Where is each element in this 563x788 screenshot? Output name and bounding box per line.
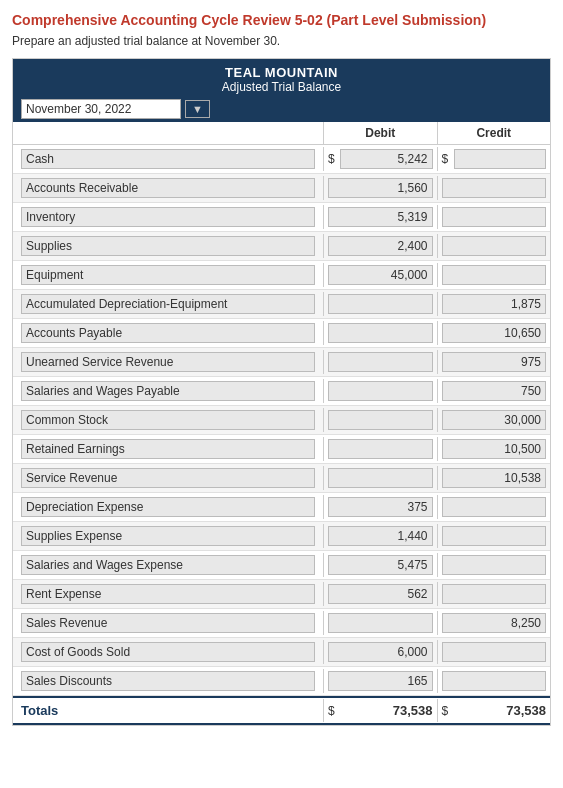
credit-input[interactable] xyxy=(442,555,547,575)
col-headers: Debit Credit xyxy=(13,122,550,145)
row-label-input[interactable] xyxy=(21,613,315,633)
credit-cell xyxy=(437,321,551,345)
row-label xyxy=(13,348,323,376)
row-label-input[interactable] xyxy=(21,410,315,430)
credit-input[interactable] xyxy=(442,207,547,227)
row-label-input[interactable] xyxy=(21,468,315,488)
row-label-input[interactable] xyxy=(21,555,315,575)
subtitle: Prepare an adjusted trial balance at Nov… xyxy=(12,34,551,48)
debit-input[interactable] xyxy=(328,468,433,488)
row-label xyxy=(13,609,323,637)
table-row xyxy=(13,522,550,551)
date-input[interactable] xyxy=(21,99,181,119)
table-row xyxy=(13,609,550,638)
credit-cell xyxy=(437,205,551,229)
debit-input[interactable] xyxy=(328,584,433,604)
credit-input[interactable] xyxy=(442,410,547,430)
table-row xyxy=(13,348,550,377)
debit-input[interactable] xyxy=(328,439,433,459)
row-label xyxy=(13,522,323,550)
credit-dollar-sign: $ xyxy=(442,152,452,166)
credit-input[interactable] xyxy=(442,352,547,372)
row-label-input[interactable] xyxy=(21,439,315,459)
rows-container: $$ xyxy=(13,145,550,696)
debit-cell xyxy=(323,669,437,693)
debit-input[interactable] xyxy=(328,642,433,662)
table-row xyxy=(13,667,550,696)
debit-cell xyxy=(323,640,437,664)
debit-cell: $ xyxy=(323,147,437,171)
debit-cell xyxy=(323,379,437,403)
debit-cell xyxy=(323,234,437,258)
date-dropdown-icon[interactable]: ▼ xyxy=(185,100,210,118)
table-row: $$ xyxy=(13,145,550,174)
debit-cell xyxy=(323,176,437,200)
credit-input[interactable] xyxy=(442,439,547,459)
row-label xyxy=(13,435,323,463)
debit-input[interactable] xyxy=(328,352,433,372)
credit-col-header: Credit xyxy=(437,122,551,144)
row-label xyxy=(13,145,323,173)
credit-input[interactable] xyxy=(442,236,547,256)
row-label-input[interactable] xyxy=(21,642,315,662)
debit-input[interactable] xyxy=(328,178,433,198)
credit-cell xyxy=(437,437,551,461)
debit-input[interactable] xyxy=(328,323,433,343)
credit-cell xyxy=(437,234,551,258)
debit-input[interactable] xyxy=(328,671,433,691)
row-label-input[interactable] xyxy=(21,207,315,227)
debit-input[interactable] xyxy=(328,497,433,517)
page-title: Comprehensive Accounting Cycle Review 5-… xyxy=(12,12,551,28)
row-label-input[interactable] xyxy=(21,178,315,198)
table-row xyxy=(13,377,550,406)
debit-input[interactable] xyxy=(328,381,433,401)
row-label-input[interactable] xyxy=(21,497,315,517)
debit-input[interactable] xyxy=(328,526,433,546)
credit-input[interactable] xyxy=(442,265,547,285)
debit-input[interactable] xyxy=(328,207,433,227)
row-label xyxy=(13,493,323,521)
credit-cell xyxy=(437,669,551,693)
row-label xyxy=(13,638,323,666)
credit-input[interactable] xyxy=(454,149,547,169)
credit-input[interactable] xyxy=(442,526,547,546)
totals-row: Totals $ 73,538 $ 73,538 xyxy=(13,696,550,725)
debit-input[interactable] xyxy=(328,555,433,575)
credit-input[interactable] xyxy=(442,178,547,198)
row-label-input[interactable] xyxy=(21,149,315,169)
debit-input[interactable] xyxy=(328,613,433,633)
credit-input[interactable] xyxy=(442,323,547,343)
debit-input[interactable] xyxy=(328,265,433,285)
row-label-input[interactable] xyxy=(21,381,315,401)
row-label xyxy=(13,464,323,492)
credit-input[interactable] xyxy=(442,468,547,488)
row-label-input[interactable] xyxy=(21,526,315,546)
credit-input[interactable] xyxy=(442,613,547,633)
row-label-input[interactable] xyxy=(21,352,315,372)
row-label xyxy=(13,203,323,231)
credit-input[interactable] xyxy=(442,642,547,662)
credit-cell xyxy=(437,640,551,664)
row-label-input[interactable] xyxy=(21,323,315,343)
totals-credit-cell: $ 73,538 xyxy=(437,699,551,722)
row-label-input[interactable] xyxy=(21,294,315,314)
row-label-input[interactable] xyxy=(21,584,315,604)
credit-input[interactable] xyxy=(442,497,547,517)
row-label-input[interactable] xyxy=(21,265,315,285)
row-label-input[interactable] xyxy=(21,236,315,256)
debit-input[interactable] xyxy=(340,149,433,169)
table-header: TEAL MOUNTAIN Adjusted Trial Balance xyxy=(13,59,550,96)
row-label xyxy=(13,232,323,260)
debit-input[interactable] xyxy=(328,236,433,256)
credit-input[interactable] xyxy=(442,671,547,691)
credit-input[interactable] xyxy=(442,381,547,401)
row-label-input[interactable] xyxy=(21,671,315,691)
debit-cell xyxy=(323,582,437,606)
debit-input[interactable] xyxy=(328,410,433,430)
credit-input[interactable] xyxy=(442,294,547,314)
debit-cell xyxy=(323,524,437,548)
debit-cell xyxy=(323,495,437,519)
debit-input[interactable] xyxy=(328,294,433,314)
credit-input[interactable] xyxy=(442,584,547,604)
credit-cell xyxy=(437,408,551,432)
